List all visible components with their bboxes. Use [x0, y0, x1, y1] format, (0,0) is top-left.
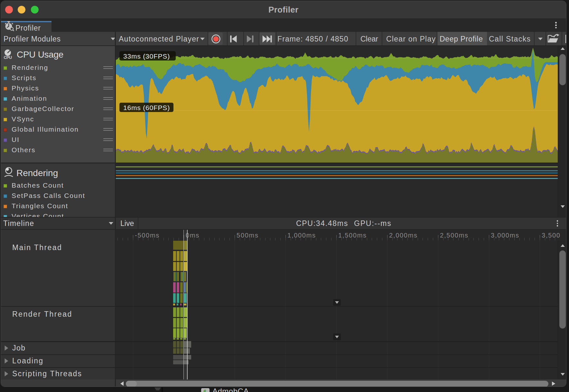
svg-text:CPU: CPU — [4, 55, 12, 60]
